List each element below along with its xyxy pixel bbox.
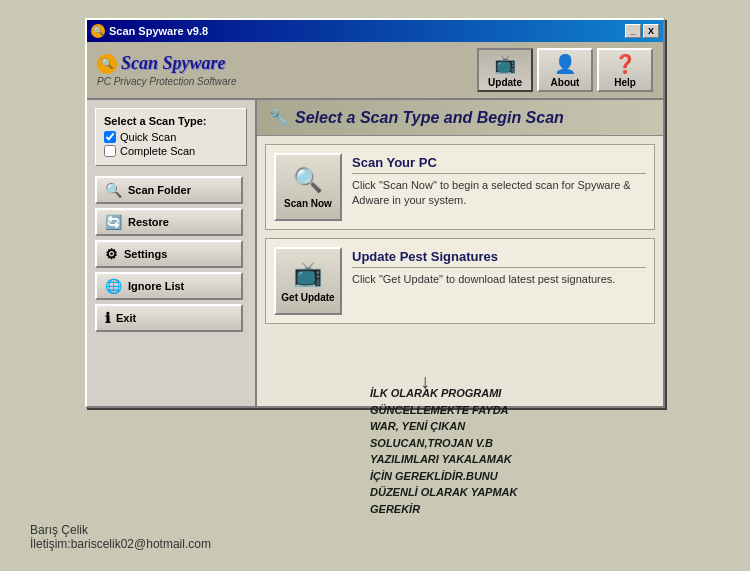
window-title: Scan Spyware v9.8 [109, 25, 208, 37]
get-update-icon: 📺 [293, 260, 323, 288]
header-buttons: 📺 Update 👤 About ❓ Help [477, 48, 653, 92]
panel-header-icon: 🔧 [269, 108, 289, 127]
title-bar-left: 🔍 Scan Spyware v9.8 [91, 24, 208, 38]
exit-icon: ℹ [105, 310, 110, 326]
help-icon: ❓ [614, 53, 636, 75]
exit-button[interactable]: ℹ Exit [95, 304, 243, 332]
scan-now-title: Scan Your PC [352, 155, 646, 174]
quick-scan-option[interactable]: Quick Scan [104, 131, 238, 143]
scan-type-title: Select a Scan Type: [104, 115, 238, 127]
quick-scan-label: Quick Scan [120, 131, 176, 143]
title-controls: _ X [625, 24, 659, 38]
sidebar: Select a Scan Type: Quick Scan Complete … [87, 100, 257, 406]
close-button[interactable]: X [643, 24, 659, 38]
get-update-info: Update Pest Signatures Click "Get Update… [352, 247, 646, 287]
turkish-line-3: WAR, YENİ ÇIKAN [370, 418, 517, 435]
logo-icon: 🔍 [97, 54, 117, 74]
panel-header-text: Select a Scan Type and Begin Scan [295, 109, 564, 127]
complete-scan-label: Complete Scan [120, 145, 195, 157]
about-icon: 👤 [554, 53, 576, 75]
logo-subtitle: PC Privacy Protection Software [97, 76, 237, 87]
title-bar: 🔍 Scan Spyware v9.8 _ X [87, 20, 663, 42]
scan-now-label: Scan Now [284, 198, 332, 209]
complete-scan-option[interactable]: Complete Scan [104, 145, 238, 157]
ignore-list-icon: 🌐 [105, 278, 122, 294]
update-button[interactable]: 📺 Update [477, 48, 533, 92]
quick-scan-checkbox[interactable] [104, 131, 116, 143]
help-label: Help [614, 77, 636, 88]
get-update-button[interactable]: 📺 Get Update [274, 247, 342, 315]
scan-now-desc: Click "Scan Now" to begin a selected sca… [352, 178, 646, 209]
minimize-button[interactable]: _ [625, 24, 641, 38]
title-icon: 🔍 [91, 24, 105, 38]
turkish-instruction-text: İLK OLARAK PROGRAMI GÜNCELLEMEKTe FAYDA … [370, 385, 517, 517]
main-window: 🔍 Scan Spyware v9.8 _ X 🔍 Scan Spyware P… [85, 18, 665, 408]
settings-icon: ⚙ [105, 246, 118, 262]
panel-header: 🔧 Select a Scan Type and Begin Scan [257, 100, 663, 136]
get-update-desc: Click "Get Update" to download latest pe… [352, 272, 646, 287]
update-icon: 📺 [494, 53, 516, 75]
main-area: Select a Scan Type: Quick Scan Complete … [87, 100, 663, 406]
exit-label: Exit [116, 312, 136, 324]
get-update-title: Update Pest Signatures [352, 249, 646, 268]
logo-text: Scan Spyware [121, 53, 226, 74]
turkish-line-4: SOLUCAN,TROJAN V.B [370, 435, 517, 452]
scan-folder-label: Scan Folder [128, 184, 191, 196]
settings-label: Settings [124, 248, 167, 260]
turkish-line-1: İLK OLARAK PROGRAMI [370, 385, 517, 402]
turkish-line-8: GEREKİR [370, 501, 517, 518]
turkish-line-6: İÇİN GEREKLİDİR.BUNU [370, 468, 517, 485]
right-panel: 🔧 Select a Scan Type and Begin Scan 🔍 Sc… [257, 100, 663, 406]
app-header: 🔍 Scan Spyware PC Privacy Protection Sof… [87, 42, 663, 100]
get-update-label: Get Update [281, 292, 334, 303]
about-label: About [551, 77, 580, 88]
complete-scan-checkbox[interactable] [104, 145, 116, 157]
app-content: 🔍 Scan Spyware PC Privacy Protection Sof… [87, 42, 663, 406]
scan-folder-icon: 🔍 [105, 182, 122, 198]
logo-title: 🔍 Scan Spyware [97, 53, 237, 74]
about-button[interactable]: 👤 About [537, 48, 593, 92]
turkish-line-7: DÜZENLİ OLARAK YAPMAK [370, 484, 517, 501]
scan-folder-button[interactable]: 🔍 Scan Folder [95, 176, 243, 204]
turkish-line-5: YAZILIMLARI YAKALAMAK [370, 451, 517, 468]
settings-button[interactable]: ⚙ Settings [95, 240, 243, 268]
turkish-line-2: GÜNCELLEMEKTe FAYDA [370, 402, 517, 419]
restore-icon: 🔄 [105, 214, 122, 230]
author-name: Barış Çelik [30, 523, 211, 537]
restore-label: Restore [128, 216, 169, 228]
restore-button[interactable]: 🔄 Restore [95, 208, 243, 236]
contact-info: İletişim:bariscelik02@hotmail.com [30, 537, 211, 551]
scan-type-box: Select a Scan Type: Quick Scan Complete … [95, 108, 247, 166]
update-label: Update [488, 77, 522, 88]
scan-now-button[interactable]: 🔍 Scan Now [274, 153, 342, 221]
scan-now-info: Scan Your PC Click "Scan Now" to begin a… [352, 153, 646, 209]
ignore-list-button[interactable]: 🌐 Ignore List [95, 272, 243, 300]
scan-now-card: 🔍 Scan Now Scan Your PC Click "Scan Now"… [265, 144, 655, 230]
get-update-card: 📺 Get Update Update Pest Signatures Clic… [265, 238, 655, 324]
scan-now-icon: 🔍 [293, 166, 323, 194]
logo-area: 🔍 Scan Spyware PC Privacy Protection Sof… [97, 53, 237, 87]
help-button[interactable]: ❓ Help [597, 48, 653, 92]
footer-info: Barış Çelik İletişim:bariscelik02@hotmai… [30, 523, 211, 551]
ignore-list-label: Ignore List [128, 280, 184, 292]
